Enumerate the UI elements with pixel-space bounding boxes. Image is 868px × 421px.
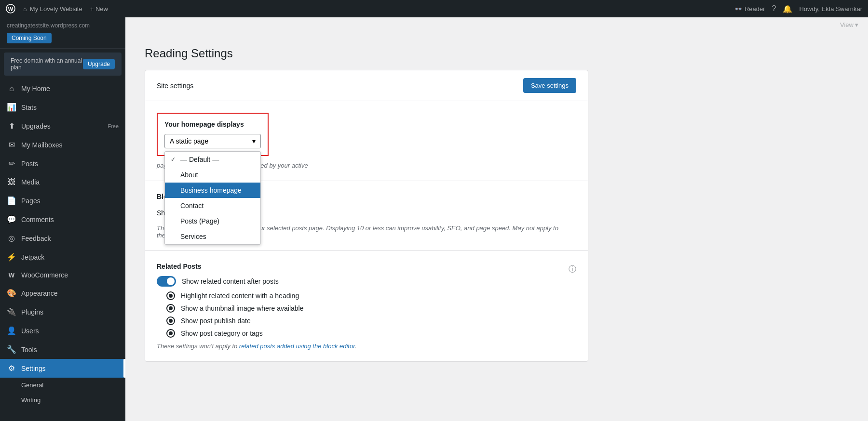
save-settings-button[interactable]: Save settings [523, 78, 576, 93]
site-settings-header: Site settings Save settings [145, 70, 588, 101]
reader-link[interactable]: 👓 Reader [734, 5, 765, 13]
toggle-slider [157, 276, 176, 287]
svg-text:W: W [8, 6, 14, 12]
site-settings-card: Site settings Save settings Your homepag… [145, 70, 588, 362]
settings-card-body: Your homepage displays A static page ▾ [145, 101, 588, 181]
sidebar-item-pages[interactable]: 📄 Pages [0, 191, 125, 210]
user-menu[interactable]: Howdy, Ekta Swarnkar [799, 5, 862, 13]
dropdown-option-contact[interactable]: Contact [165, 198, 260, 213]
tools-icon: 🔧 [7, 345, 16, 354]
show-related-toggle-row: Show related content after posts [157, 276, 576, 287]
mailboxes-icon: ✉ [7, 140, 16, 149]
sidebar-item-label: Appearance [21, 289, 58, 297]
sidebar-item-label: WooCommerce [21, 271, 68, 279]
sidebar-item-users[interactable]: 👤 Users [0, 321, 125, 340]
users-icon: 👤 [7, 326, 16, 335]
sidebar-item-label: My Mailboxes [21, 141, 63, 149]
notifications-button[interactable]: 🔔 [783, 4, 792, 13]
publish-date-radio[interactable] [166, 316, 175, 325]
sidebar-item-upgrades[interactable]: ⬆ Upgrades Free [0, 117, 125, 135]
category-option-row: Show post category or tags [157, 329, 576, 338]
thumbnail-option-row: Show a thumbnail image where available [157, 304, 576, 313]
main-inner: Reading Settings Site settings Save sett… [125, 32, 608, 384]
highlight-radio[interactable] [166, 291, 175, 300]
home-icon: ⌂ [23, 5, 27, 13]
media-icon: 🖼 [7, 178, 16, 186]
stats-icon: 📊 [7, 103, 16, 112]
sidebar-item-label: Upgrades [21, 122, 51, 130]
highlight-label: Highlight related content with a heading [181, 292, 299, 300]
thumbnail-radio[interactable] [166, 304, 175, 313]
dropdown-option-business-homepage[interactable]: Business homepage [165, 183, 260, 198]
publish-date-option-row: Show post publish date [157, 316, 576, 325]
homepage-dropdown-trigger[interactable]: A static page ▾ [164, 134, 261, 148]
layout: creatingatestsite.wordpress.com Coming S… [0, 17, 868, 421]
highlight-option-row: Highlight related content with a heading [157, 291, 576, 300]
upgrades-badge: Free [108, 123, 119, 129]
sidebar-subitem-writing[interactable]: Writing [0, 393, 125, 408]
sidebar-item-appearance[interactable]: 🎨 Appearance [0, 284, 125, 303]
coming-soon-button[interactable]: Coming Soon [7, 33, 52, 43]
homepage-dropdown-popup: ✓ — Default — About [164, 151, 261, 245]
related-posts-note: These settings won't apply to related po… [157, 342, 576, 350]
topbar: W ⌂ My Lovely Website + New 👓 Reader ? 🔔… [0, 0, 868, 17]
block-editor-link[interactable]: related posts added using the block edit… [239, 342, 355, 350]
sidebar-item-plugins[interactable]: 🔌 Plugins [0, 303, 125, 321]
sidebar-item-jetpack[interactable]: ⚡ Jetpack [0, 248, 125, 266]
comments-icon: 💬 [7, 215, 16, 224]
page-title: Reading Settings [145, 47, 588, 60]
dropdown-option-default[interactable]: ✓ — Default — [165, 152, 260, 167]
upgrade-banner: Free domain with an annual plan Upgrade [4, 53, 122, 76]
reader-icon: 👓 [734, 5, 742, 13]
related-posts-section: Related Posts ⓘ Show related content aft… [145, 251, 588, 361]
info-icon[interactable]: ⓘ [569, 264, 576, 275]
sidebar-item-label: Users [21, 327, 39, 335]
feedback-icon: ◎ [7, 234, 16, 243]
new-content-button[interactable]: + New [90, 5, 108, 13]
sidebar-item-label: Plugins [21, 308, 43, 316]
sidebar-item-label: Jetpack [21, 253, 44, 261]
show-related-toggle[interactable] [157, 276, 176, 287]
related-posts-title: Related Posts [157, 263, 202, 270]
chevron-down-icon: ▾ [855, 21, 858, 28]
sidebar-item-label: Pages [21, 197, 41, 205]
sidebar-item-woocommerce[interactable]: W WooCommerce [0, 266, 125, 284]
sidebar-item-label: Tools [21, 346, 37, 354]
dropdown-option-about[interactable]: About [165, 167, 260, 183]
sidebar-subitem-general[interactable]: General [0, 378, 125, 393]
topbar-right: 👓 Reader ? 🔔 Howdy, Ekta Swarnkar [734, 4, 862, 13]
view-dropdown[interactable]: View ▾ [840, 21, 858, 28]
site-url: creatingatestsite.wordpress.com [7, 22, 119, 29]
woocommerce-icon: W [7, 272, 16, 279]
category-radio[interactable] [166, 329, 175, 338]
sidebar-nav: ⌂ My Home 📊 Stats ⬆ Upgrades Free ✉ My M… [0, 79, 125, 421]
settings-submenu: General Writing [0, 378, 125, 408]
sidebar-item-label: Media [21, 178, 40, 186]
sidebar-item-stats[interactable]: 📊 Stats [0, 98, 125, 117]
upgrade-button[interactable]: Upgrade [83, 59, 115, 69]
sidebar-item-label: Settings [21, 365, 46, 372]
wp-logo-icon: W [6, 4, 15, 13]
sidebar-item-comments[interactable]: 💬 Comments [0, 210, 125, 229]
sidebar-item-settings[interactable]: ⚙ Settings [0, 359, 125, 378]
sidebar-item-my-home[interactable]: ⌂ My Home [0, 79, 125, 98]
dropdown-option-posts-page[interactable]: Posts (Page) [165, 213, 260, 229]
jetpack-icon: ⚡ [7, 252, 16, 262]
show-related-label: Show related content after posts [182, 277, 279, 285]
sidebar-item-label: My Home [21, 85, 50, 92]
dropdown-option-services[interactable]: Services [165, 229, 260, 244]
sidebar-item-feedback[interactable]: ◎ Feedback [0, 229, 125, 248]
checkmark-icon: ✓ [171, 156, 177, 163]
home-icon: ⌂ [7, 84, 16, 93]
sidebar-item-tools[interactable]: 🔧 Tools [0, 340, 125, 359]
help-button[interactable]: ? [772, 4, 776, 13]
sidebar-item-my-mailboxes[interactable]: ✉ My Mailboxes [0, 135, 125, 154]
sidebar-item-posts[interactable]: ✏ Posts [0, 154, 125, 173]
sidebar-item-label: Comments [21, 216, 54, 224]
homepage-label: Your homepage displays [164, 120, 261, 128]
site-name-link[interactable]: ⌂ My Lovely Website [23, 5, 82, 13]
posts-icon: ✏ [7, 159, 16, 168]
main-content: View ▾ Reading Settings Site settings Sa… [125, 17, 868, 421]
site-settings-label: Site settings [157, 82, 193, 90]
sidebar-item-media[interactable]: 🖼 Media [0, 173, 125, 191]
